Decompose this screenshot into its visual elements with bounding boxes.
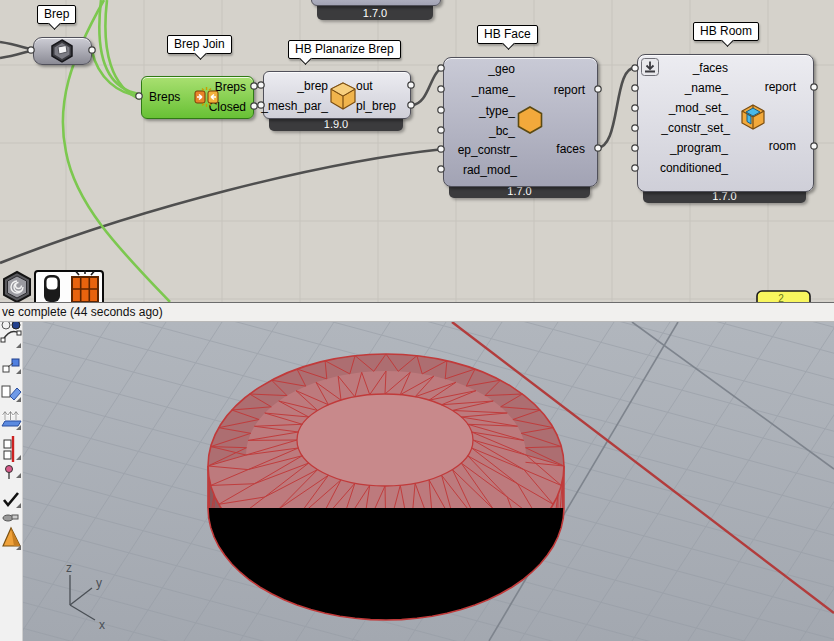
axis-label-y: y: [96, 576, 102, 590]
node-hb-room[interactable]: _faces _name_ _mod_set_ _constr_set_ _pr…: [637, 54, 814, 192]
input-label: _bc_: [489, 123, 515, 139]
grid-axis-dark: [632, 322, 834, 469]
input-label: Breps: [149, 89, 180, 105]
input-label: _type_: [479, 103, 515, 119]
input-label: _constr_set_: [661, 120, 730, 136]
internalize-arrow-icon[interactable]: [641, 58, 659, 76]
status-bar: ve complete (44 seconds ago): [0, 302, 834, 322]
rhino-area: zyx: [0, 322, 834, 641]
wire[interactable]: [595, 68, 636, 148]
version-band: 1.7.0: [317, 6, 433, 20]
version-band: 1.9.0: [269, 117, 403, 131]
wire-selected[interactable]: [254, 86, 262, 87]
output-label: room: [769, 138, 796, 154]
axis-label-z: z: [66, 561, 72, 575]
tooltip-hb-planarize: HB Planarize Brep: [288, 40, 401, 59]
node-partial-top[interactable]: [311, 0, 441, 6]
axis-label-x: x: [99, 618, 105, 632]
status-text: ve complete (44 seconds ago): [2, 305, 163, 319]
grasshopper-canvas[interactable]: Breps Breps Closed 1.9.0 _brep _mesh_par…: [0, 0, 834, 302]
wire-selected[interactable]: [92, 51, 140, 96]
rhino-left-toolbar[interactable]: [0, 322, 23, 641]
output-label: faces: [556, 141, 585, 157]
output-label: out: [356, 78, 373, 94]
input-label: _name_: [685, 80, 728, 96]
input-label: conditioned_: [660, 160, 728, 176]
node-brep-param[interactable]: [33, 37, 92, 65]
input-label: _name_: [472, 82, 515, 98]
torus-mesh[interactable]: [208, 354, 564, 620]
planarize-cube-icon: [328, 81, 358, 111]
brep-join-icon: [193, 85, 221, 109]
face-hexagon-icon: [515, 105, 545, 135]
wire[interactable]: [0, 42, 30, 49]
node-brep-join[interactable]: Breps Breps Closed: [141, 76, 254, 119]
node-hb-face[interactable]: _geo _name_ _type_ _bc_ ep_constr_ rad_m…: [443, 57, 598, 187]
node-hb-planarize-brep[interactable]: _brep _mesh_par_ out pl_brep: [263, 71, 411, 119]
output-label: report: [554, 82, 585, 98]
tooltip-hb-room: HB Room: [693, 22, 759, 41]
input-label: _geo: [488, 61, 515, 77]
input-label: _program_: [670, 140, 728, 156]
wire[interactable]: [412, 68, 444, 105]
tooltip-hb-face: HB Face: [477, 25, 538, 44]
input-label: ep_constr_: [458, 142, 517, 158]
tooltip-brep-join: Brep Join: [167, 35, 232, 54]
output-label: report: [765, 79, 796, 95]
tooltip-brep: Brep: [37, 5, 76, 24]
input-label: _mod_set_: [669, 100, 728, 116]
rhino-toolbar-icons: [0, 322, 22, 641]
app-window: { "grasshopper": { "tooltips": { "brep":…: [0, 0, 834, 641]
input-label: _mesh_par_: [261, 98, 328, 114]
input-label: _brep: [297, 78, 328, 94]
input-label: _faces: [693, 60, 728, 76]
wire[interactable]: [0, 51, 30, 58]
brep-hexagon-icon: [45, 39, 79, 63]
input-label: rad_mod_: [463, 162, 517, 178]
rhino-viewport[interactable]: zyx: [22, 322, 834, 641]
output-label: pl_brep: [356, 98, 396, 114]
room-cube-icon: [739, 103, 767, 131]
